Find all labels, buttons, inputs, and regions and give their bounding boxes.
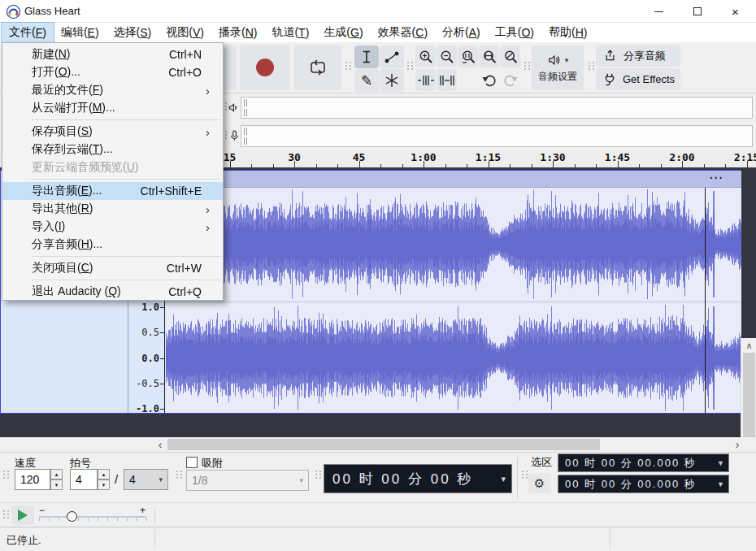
get-effects-button[interactable]: Get Effects [596,68,680,90]
menubar-item[interactable]: 播录(N) [211,23,264,42]
silence-selection-button[interactable] [437,69,457,91]
tempo-spin-down-icon[interactable]: ▼ [50,479,63,490]
horizontal-scrollbar[interactable]: ‹ › [0,437,756,452]
menu-item[interactable]: 从云端打开(M)... [2,99,223,117]
time-display-caret-icon[interactable]: ▾ [501,474,506,484]
zoom-in-button[interactable] [415,46,436,67]
timesig-spinner[interactable]: ▲▼ [98,469,110,490]
redo-button[interactable] [500,69,520,91]
menubar-item[interactable]: 工具(O) [488,23,541,42]
tempo-spin-up-icon[interactable]: ▲ [50,469,63,479]
speed-slider-thumb[interactable] [67,511,77,522]
draw-tool-button[interactable]: ✎ [354,69,379,92]
tempo-input[interactable]: 120 [15,469,50,490]
time-display[interactable]: 00 时 00 分 00 秒 ▾ [324,464,512,493]
zoom-to-selection-icon [460,49,476,65]
audio-setup-button[interactable]: ▾ 音频设置 [532,46,584,90]
tools-toolbar-grip[interactable] [345,62,352,70]
recording-meter[interactable] [241,125,753,147]
clip-header[interactable]: ⋯ [166,171,741,188]
menu-item[interactable]: 保存到云端(T)... [2,141,223,158]
menu-item[interactable]: 关闭项目(C)Ctrl+W [2,259,223,277]
zoom-toggle-icon [502,49,519,65]
selection-end-caret-icon[interactable]: ▼ [717,480,724,488]
timesig-spin-down-icon[interactable]: ▼ [98,479,110,490]
speed-plus-label: + [140,505,146,516]
trim-outside-selection-button[interactable] [415,69,436,91]
scroll-up-button[interactable]: ∧ [741,338,756,353]
zoom-to-selection-button[interactable] [458,46,478,67]
time-signature-grip[interactable] [3,471,10,479]
clip-overflow-menu-icon[interactable]: ⋯ [709,169,723,186]
scroll-right-button[interactable]: › [730,437,745,452]
menubar-item[interactable]: 生成(G) [316,23,370,42]
menubar-item[interactable]: 帮助(H) [541,23,594,42]
envelope-tool-button[interactable] [380,46,404,68]
zoom-out-button[interactable] [437,46,457,67]
menu-item[interactable]: 导出其他(R)› [2,200,223,218]
selection-settings-button[interactable]: ⚙ [528,474,550,493]
menubar-item[interactable]: 选择(S) [106,23,159,42]
timeline-tick [725,164,726,167]
menu-item-shortcut: Ctrl+O [168,66,215,79]
tempo-spinner[interactable]: ▲▼ [50,469,63,490]
menu-item[interactable]: 导出音频(E)...Ctrl+Shift+E [2,182,223,200]
waveform-channel-1[interactable] [166,188,741,301]
selection-end-field[interactable]: 00 时 00 分 00.000 秒 ▼ [558,475,729,493]
menubar-item[interactable]: 文件(F) [2,23,54,42]
minimize-button[interactable] [640,0,678,23]
record-button[interactable] [240,45,289,90]
scroll-left-icon: ‹ [159,438,163,451]
snap-mode-select[interactable]: 1/8 ▾ [186,470,309,491]
playback-meter[interactable] [241,97,753,119]
audio-setup-grip[interactable] [524,62,531,70]
menu-item[interactable]: 退出 Audacity (Q)Ctrl+Q [2,283,223,301]
share-grip[interactable] [589,62,595,70]
menu-item[interactable]: 打开(O)...Ctrl+O [2,63,223,81]
horizontal-scroll-thumb[interactable] [167,439,600,450]
menu-item[interactable]: 分享音频(H)... [2,236,223,254]
timeline-tick [316,164,317,167]
timesig-lower-select[interactable]: 4 ▾ [124,469,168,490]
audio-setup-label: 音频设置 [538,70,577,84]
edit-toolbar-grip[interactable] [407,62,414,70]
menu-item-label: 保存项目(S) [32,124,93,139]
play-at-speed-grip[interactable] [3,510,10,518]
menu-item[interactable]: 保存项目(S)› [2,123,223,141]
menubar-item[interactable]: 编辑(E) [54,23,106,42]
timesig-upper-input[interactable]: 4 [70,469,98,490]
menu-item[interactable]: 最近的文件(F)› [2,81,223,99]
menu-item-label: 更新云端音频预览(U) [32,160,138,175]
menubar-item[interactable]: 轨道(T) [264,23,316,42]
share-audio-button[interactable]: 分享音频 [596,45,680,67]
play-at-speed-button[interactable] [11,505,34,525]
fit-project-button[interactable] [479,46,499,67]
waveform-channel-2[interactable] [166,303,741,413]
menu-item-label: 从云端打开(M)... [32,101,115,115]
waveform-zone[interactable]: ⋯ [166,171,741,413]
zoom-toggle-button[interactable] [500,46,520,67]
timeline-tick [596,164,597,167]
menu-item[interactable]: 新建(N)Ctrl+N [2,46,223,63]
speed-slider-track[interactable] [39,516,146,518]
selection-toolbar-grip[interactable] [522,471,528,479]
maximize-button[interactable] [678,0,716,23]
selection-start-caret-icon[interactable]: ▼ [717,459,724,467]
selection-tool-button[interactable] [354,46,379,68]
selection-start-field[interactable]: 00 时 00 分 00.000 秒 ▼ [558,453,729,472]
undo-button[interactable] [479,69,499,91]
time-toolbar-grip[interactable] [315,471,322,479]
speed-slider-tick [59,518,59,521]
multi-tool-button[interactable] [380,69,404,92]
snapping-grip[interactable] [176,471,183,479]
menu-item[interactable]: 导入(I)› [2,218,223,236]
snap-checkbox[interactable] [186,457,198,468]
menubar-item[interactable]: 视图(V) [159,23,211,42]
menubar-item[interactable]: 分析(A) [435,23,488,42]
close-button[interactable]: × [716,0,754,23]
loop-button[interactable] [294,45,341,90]
menu-item[interactable]: 更新云端音频预览(U) [2,158,223,176]
menubar-item[interactable]: 效果器(C) [371,23,435,42]
timesig-spin-up-icon[interactable]: ▲ [98,469,110,479]
scroll-left-button[interactable]: ‹ [153,437,167,452]
